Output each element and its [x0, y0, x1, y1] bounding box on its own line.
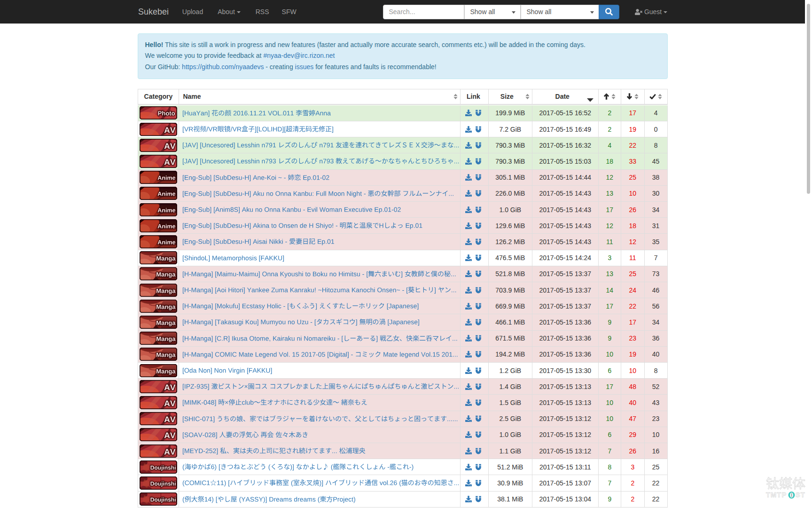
svg-text:TMTP: TMTP — [766, 491, 787, 499]
svg-text:ST: ST — [796, 491, 805, 499]
